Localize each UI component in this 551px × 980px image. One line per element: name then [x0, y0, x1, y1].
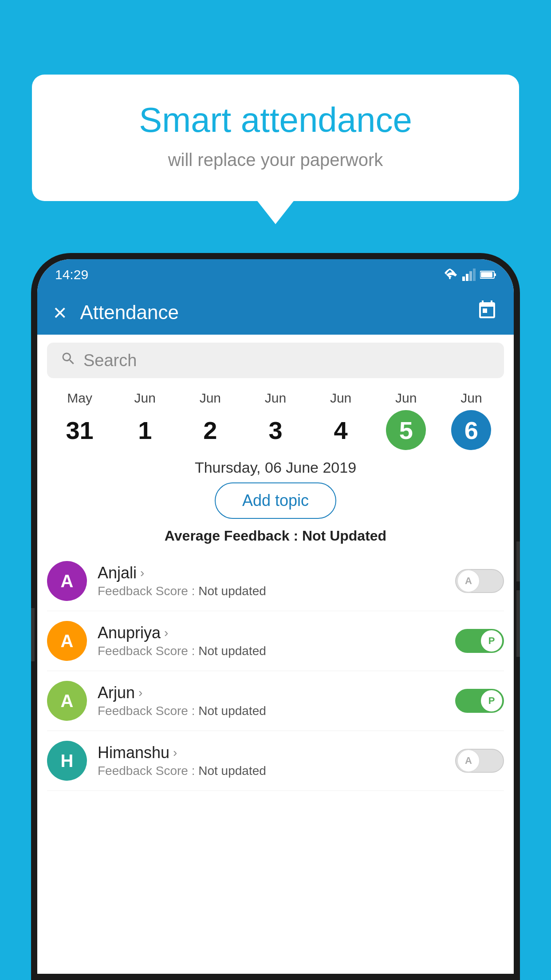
signal-icon [462, 269, 476, 281]
feedback-value: Not updated [198, 704, 266, 718]
calendar-day[interactable]: May31 [55, 391, 104, 450]
attendance-toggle[interactable]: P [455, 629, 504, 653]
student-row[interactable]: AAnupriya ›Feedback Score : Not updatedP [47, 611, 504, 671]
battery-icon [480, 270, 496, 279]
phone-frame: 14:29 [31, 253, 520, 980]
toggle-switch[interactable]: A [455, 569, 504, 593]
cal-month-label: Jun [330, 391, 351, 406]
side-button-right-bottom [516, 590, 520, 657]
add-topic-button[interactable]: Add topic [215, 482, 336, 519]
calendar-day[interactable]: Jun6 [447, 391, 496, 450]
svg-rect-2 [469, 271, 472, 281]
feedback-value: Not updated [198, 764, 266, 778]
feedback-value: Not updated [198, 644, 266, 658]
cal-date-number[interactable]: 1 [125, 410, 165, 450]
cal-date-number[interactable]: 31 [60, 410, 100, 450]
student-name[interactable]: Anjali › [98, 564, 445, 582]
cal-date-number[interactable]: 4 [321, 410, 361, 450]
svg-rect-1 [466, 274, 468, 281]
student-name[interactable]: Anupriya › [98, 624, 445, 642]
side-button-left [31, 608, 35, 661]
student-feedback: Feedback Score : Not updated [98, 704, 445, 718]
cal-date-number[interactable]: 5 [386, 410, 426, 450]
calendar-icon[interactable] [476, 300, 498, 325]
toggle-switch[interactable]: P [455, 629, 504, 653]
app-bar: × Attendance [37, 290, 514, 335]
student-info: Arjun ›Feedback Score : Not updated [98, 684, 445, 718]
calendar-day[interactable]: Jun3 [251, 391, 300, 450]
toggle-knob: P [480, 689, 503, 712]
student-row[interactable]: AAnjali ›Feedback Score : Not updatedA [47, 551, 504, 611]
toggle-switch[interactable]: A [455, 749, 504, 773]
feedback-value: Not updated [198, 584, 266, 598]
cal-date-number[interactable]: 6 [451, 410, 491, 450]
student-row[interactable]: AArjun ›Feedback Score : Not updatedP [47, 671, 504, 731]
cal-month-label: Jun [395, 391, 417, 406]
search-icon [60, 351, 76, 371]
student-row[interactable]: HHimanshu ›Feedback Score : Not updatedA [47, 731, 504, 791]
svg-rect-3 [473, 269, 476, 281]
calendar-strip: May31Jun1Jun2Jun3Jun4Jun5Jun6 [37, 386, 514, 450]
attendance-toggle[interactable]: A [455, 569, 504, 593]
cal-month-label: Jun [200, 391, 221, 406]
avg-feedback: Average Feedback : Not Updated [37, 528, 514, 544]
cal-date-number[interactable]: 3 [256, 410, 295, 450]
toggle-knob: P [480, 629, 503, 652]
bubble-subtitle: will replace your paperwork [59, 150, 492, 170]
chevron-right-icon: › [138, 686, 142, 700]
student-info: Anupriya ›Feedback Score : Not updated [98, 624, 445, 658]
calendar-day[interactable]: Jun2 [186, 391, 235, 450]
student-feedback: Feedback Score : Not updated [98, 764, 445, 778]
student-feedback: Feedback Score : Not updated [98, 644, 445, 658]
cal-date-number[interactable]: 2 [190, 410, 230, 450]
attendance-toggle[interactable]: A [455, 749, 504, 773]
app-bar-title: Attendance [80, 301, 463, 324]
status-bar: 14:29 [37, 259, 514, 290]
selected-date-label: Thursday, 06 June 2019 [37, 450, 514, 482]
bubble-title: Smart attendance [59, 101, 492, 139]
cal-month-label: May [67, 391, 92, 406]
avatar: H [47, 741, 87, 781]
svg-rect-5 [494, 273, 496, 276]
phone-screen: 14:29 [37, 259, 514, 974]
toggle-knob: A [457, 569, 480, 593]
chevron-right-icon: › [140, 566, 144, 580]
student-feedback: Feedback Score : Not updated [98, 584, 445, 598]
student-name[interactable]: Arjun › [98, 684, 445, 702]
cal-month-label: Jun [265, 391, 286, 406]
student-info: Anjali ›Feedback Score : Not updated [98, 564, 445, 598]
student-name[interactable]: Himanshu › [98, 743, 445, 762]
wifi-icon [442, 269, 458, 281]
search-bar[interactable]: Search [47, 343, 504, 378]
close-icon[interactable]: × [53, 299, 67, 326]
avatar: A [47, 621, 87, 661]
student-info: Himanshu ›Feedback Score : Not updated [98, 743, 445, 778]
avg-feedback-value: Not Updated [302, 528, 386, 544]
calendar-day[interactable]: Jun5 [382, 391, 430, 450]
status-icons [442, 269, 496, 281]
speech-bubble: Smart attendance will replace your paper… [32, 75, 519, 201]
status-time: 14:29 [55, 267, 88, 282]
calendar-day[interactable]: Jun1 [121, 391, 169, 450]
calendar-day[interactable]: Jun4 [316, 391, 365, 450]
toggle-knob: A [457, 749, 480, 772]
avatar: A [47, 681, 87, 721]
svg-rect-6 [481, 272, 492, 277]
chevron-right-icon: › [173, 746, 177, 760]
student-list: AAnjali ›Feedback Score : Not updatedAAA… [37, 551, 514, 791]
cal-month-label: Jun [460, 391, 482, 406]
avg-feedback-label: Average Feedback : [165, 528, 298, 544]
chevron-right-icon: › [164, 626, 168, 640]
attendance-toggle[interactable]: P [455, 689, 504, 713]
cal-month-label: Jun [134, 391, 156, 406]
toggle-switch[interactable]: P [455, 689, 504, 713]
svg-rect-0 [462, 277, 465, 281]
search-input[interactable]: Search [83, 351, 137, 370]
side-button-right-top [516, 541, 520, 581]
avatar: A [47, 561, 87, 601]
